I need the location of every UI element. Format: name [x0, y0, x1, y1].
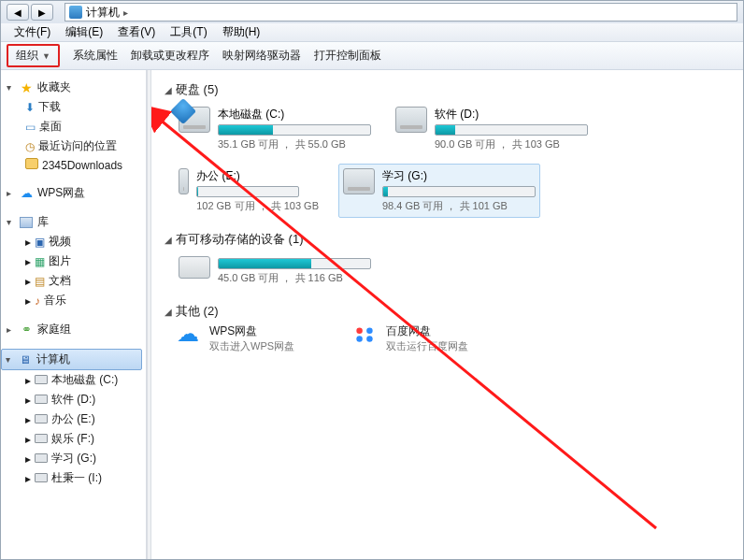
chevron-right-icon: ▸ — [123, 7, 128, 18]
svg-point-3 — [366, 336, 373, 342]
menu-file[interactable]: 文件(F) — [7, 24, 58, 40]
drive-icon — [35, 394, 48, 407]
collapse-icon: ◢ — [165, 85, 172, 95]
download-icon: ⬇ — [25, 101, 35, 114]
drive-sub: 90.0 GB 可用 ， 共 103 GB — [435, 137, 588, 151]
section-heading[interactable]: ◢硬盘 (5) — [165, 81, 734, 98]
collapse-icon: ▾ — [7, 217, 15, 227]
section-removable: ◢有可移动存储的设备 (1) 45.0 GB 可用 ， 共 116 GB — [151, 220, 743, 292]
other-wps[interactable]: ☁ WPS网盘 双击进入WPS网盘 — [174, 323, 294, 353]
sidebar-label: 2345Downloads — [42, 159, 122, 172]
sidebar-item-homegroup[interactable]: ▸ ⚭ 家庭组 — [5, 320, 142, 339]
sidebar-item-computer[interactable]: ▾ 🖥 计算机 — [1, 349, 142, 370]
section-heading[interactable]: ◢其他 (2) — [165, 303, 734, 320]
expand-icon: ▸ — [25, 433, 31, 446]
chevron-down-icon: ▼ — [42, 51, 50, 61]
removable-drive[interactable]: 45.0 GB 可用 ， 共 116 GB — [174, 251, 376, 290]
other-grid: ☁ WPS网盘 双击进入WPS网盘 百度网盘 双击运行百度网盘 — [165, 323, 734, 353]
usage-fill — [219, 259, 311, 268]
sidebar-item-drive-g[interactable]: ▸学习 (G:) — [5, 449, 142, 468]
pictures-icon: ▦ — [35, 255, 45, 268]
toolbar: 组织 ▼ 系统属性 卸载或更改程序 映射网络驱动器 打开控制面板 — [1, 42, 743, 70]
drive-icon — [343, 168, 375, 194]
sidebar-item-pictures[interactable]: ▸▦图片 — [5, 251, 142, 271]
sidebar-item-music[interactable]: ▸♪音乐 — [5, 291, 142, 310]
drive-icon — [179, 107, 210, 133]
menu-tools[interactable]: 工具(T) — [163, 24, 214, 40]
sidebar-item-drive-f[interactable]: ▸娱乐 (F:) — [5, 429, 142, 449]
expand-icon: ▸ — [25, 255, 31, 268]
body: ▾ ★ 收藏夹 ⬇下载 ▭桌面 ◷最近访问的位置 2345Downloads ▸… — [1, 70, 743, 559]
sidebar-item-2345downloads[interactable]: 2345Downloads — [5, 156, 142, 174]
sidebar-wps-group: ▸ ☁ WPS网盘 — [5, 183, 142, 203]
drive-info: 45.0 GB 可用 ， 共 116 GB — [218, 256, 371, 285]
menu-help[interactable]: 帮助(H) — [215, 24, 268, 40]
cloud-icon: ☁ — [19, 186, 34, 201]
drive-label: 软件 (D:) — [435, 107, 588, 122]
drive-info: 办公 (E:) 102 GB 可用 ， 共 103 GB — [196, 168, 319, 213]
collapse-icon: ◢ — [165, 307, 172, 317]
drive-label: 本地磁盘 (C:) — [218, 107, 371, 122]
open-control-panel-link[interactable]: 打开控制面板 — [314, 48, 381, 64]
system-properties-link[interactable]: 系统属性 — [73, 48, 118, 64]
menu-edit[interactable]: 编辑(E) — [58, 24, 110, 40]
expand-icon: ▸ — [25, 413, 31, 426]
sidebar-item-drive-e[interactable]: ▸办公 (E:) — [5, 409, 142, 429]
section-title: 其他 (2) — [176, 303, 219, 320]
uninstall-programs-link[interactable]: 卸载或更改程序 — [131, 48, 209, 64]
sidebar-item-downloads[interactable]: ⬇下载 — [5, 97, 142, 117]
sidebar-item-documents[interactable]: ▸▤文档 — [5, 271, 142, 291]
menu-bar: 文件(F) 编辑(E) 查看(V) 工具(T) 帮助(H) — [1, 23, 743, 42]
organize-button[interactable]: 组织 ▼ — [7, 44, 60, 67]
sidebar-item-libraries[interactable]: ▾ 库 — [5, 212, 142, 232]
drive-d[interactable]: 软件 (D:) 90.0 GB 可用 ， 共 103 GB — [391, 102, 593, 156]
drives-grid: 本地磁盘 (C:) 35.1 GB 可用 ， 共 55.0 GB 软件 (D:)… — [165, 102, 734, 218]
section-other: ◢其他 (2) ☁ WPS网盘 双击进入WPS网盘 — [151, 292, 743, 355]
sidebar: ▾ ★ 收藏夹 ⬇下载 ▭桌面 ◷最近访问的位置 2345Downloads ▸… — [1, 70, 147, 559]
nav-forward-button[interactable]: ▶ — [31, 4, 53, 21]
drive-sub: 35.1 GB 可用 ， 共 55.0 GB — [218, 137, 371, 151]
sidebar-item-desktop[interactable]: ▭桌面 — [5, 117, 142, 136]
drive-e[interactable]: 办公 (E:) 102 GB 可用 ， 共 103 GB — [174, 164, 323, 218]
section-heading[interactable]: ◢有可移动存储的设备 (1) — [165, 231, 734, 248]
map-network-drive-link[interactable]: 映射网络驱动器 — [222, 48, 301, 64]
back-icon: ◀ — [14, 7, 21, 18]
sidebar-label: 娱乐 (F:) — [51, 431, 94, 447]
sidebar-label: 收藏夹 — [37, 79, 71, 95]
drive-info: 本地磁盘 (C:) 35.1 GB 可用 ， 共 55.0 GB — [218, 107, 371, 151]
organize-label: 组织 — [16, 48, 38, 64]
nav-back-button[interactable]: ◀ — [7, 4, 29, 21]
sidebar-label: 桌面 — [39, 119, 62, 135]
computer-icon — [69, 6, 82, 19]
expand-icon: ▸ — [25, 294, 31, 308]
other-label: WPS网盘 — [209, 323, 294, 339]
removable-drive-icon — [179, 256, 210, 279]
removable-grid: 45.0 GB 可用 ， 共 116 GB — [165, 251, 734, 290]
menu-view[interactable]: 查看(V) — [110, 24, 163, 40]
desktop-icon: ▭ — [25, 121, 36, 134]
sidebar-item-wps[interactable]: ▸ ☁ WPS网盘 — [5, 183, 142, 203]
sidebar-label: 办公 (E:) — [51, 411, 95, 427]
sidebar-item-videos[interactable]: ▸▣视频 — [5, 232, 142, 251]
titlebar: ◀ ▶ 计算机 ▸ — [1, 1, 743, 23]
expand-icon: ▸ — [7, 324, 15, 335]
sidebar-label: 家庭组 — [37, 322, 71, 337]
sidebar-item-drive-c[interactable]: ▸本地磁盘 (C:) — [5, 370, 142, 390]
drive-g[interactable]: 学习 (G:) 98.4 GB 可用 ， 共 101 GB — [338, 164, 540, 218]
drive-icon — [395, 107, 427, 133]
music-icon: ♪ — [35, 294, 40, 308]
sidebar-item-favorites[interactable]: ▾ ★ 收藏夹 — [5, 78, 142, 97]
drive-label: 学习 (G:) — [382, 168, 536, 184]
sidebar-item-recent[interactable]: ◷最近访问的位置 — [5, 136, 142, 156]
other-sub: 双击进入WPS网盘 — [209, 339, 294, 353]
section-title: 硬盘 (5) — [176, 81, 219, 98]
sidebar-item-drive-i[interactable]: ▸杜秉一 (I:) — [5, 468, 142, 488]
sidebar-label: WPS网盘 — [37, 185, 85, 201]
other-baidu[interactable]: 百度网盘 双击运行百度网盘 — [351, 323, 468, 353]
drive-c[interactable]: 本地磁盘 (C:) 35.1 GB 可用 ， 共 55.0 GB — [174, 102, 376, 156]
usage-fill — [436, 125, 455, 135]
address-bar[interactable]: 计算机 ▸ — [64, 3, 737, 22]
sidebar-computer-group: ▾ 🖥 计算机 ▸本地磁盘 (C:) ▸软件 (D:) ▸办公 (E:) ▸娱乐… — [5, 349, 142, 488]
sidebar-favorites-group: ▾ ★ 收藏夹 ⬇下载 ▭桌面 ◷最近访问的位置 2345Downloads — [5, 78, 142, 174]
sidebar-item-drive-d[interactable]: ▸软件 (D:) — [5, 390, 142, 409]
